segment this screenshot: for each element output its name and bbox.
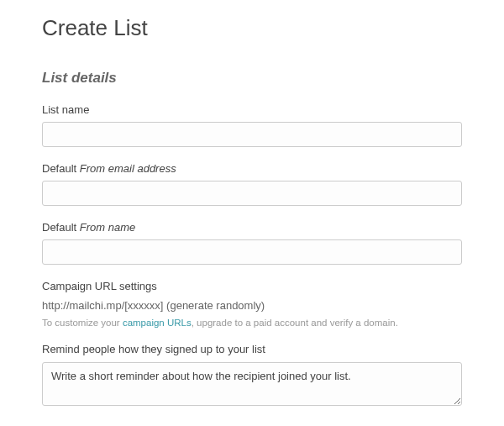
input-list-name[interactable] [42,122,462,147]
page-title: Create List [42,15,462,41]
label-from-email-em: From email address [80,162,176,175]
input-from-name[interactable] [42,239,462,265]
section-title-list-details: List details [42,70,462,87]
campaign-url-help-link[interactable]: campaign URLs [123,318,192,328]
input-from-email[interactable] [42,181,462,206]
label-from-name-em: From name [80,221,135,234]
textarea-reminder[interactable] [42,362,462,406]
label-list-name-text: List name [42,103,89,116]
field-list-name: List name [42,103,462,147]
label-reminder: Remind people how they signed up to your… [42,343,462,355]
label-from-name: Default From name [42,221,462,234]
campaign-url-example: http://mailchi.mp/[xxxxxx] (generate ran… [42,299,462,312]
field-campaign-url: Campaign URL settings http://mailchi.mp/… [42,280,462,328]
campaign-url-help: To customize your campaign URLs, upgrade… [42,318,462,328]
field-reminder: Remind people how they signed up to your… [42,343,462,409]
campaign-url-help-prefix: To customize your [42,318,123,328]
label-list-name: List name [42,103,462,116]
label-campaign-url: Campaign URL settings [42,280,462,292]
field-from-name: Default From name [42,221,462,265]
label-from-email: Default From email address [42,162,462,175]
field-from-email: Default From email address [42,162,462,206]
campaign-url-help-suffix: , upgrade to a paid account and verify a… [192,318,398,328]
label-from-name-prefix: Default [42,221,80,234]
label-from-email-prefix: Default [42,162,80,175]
